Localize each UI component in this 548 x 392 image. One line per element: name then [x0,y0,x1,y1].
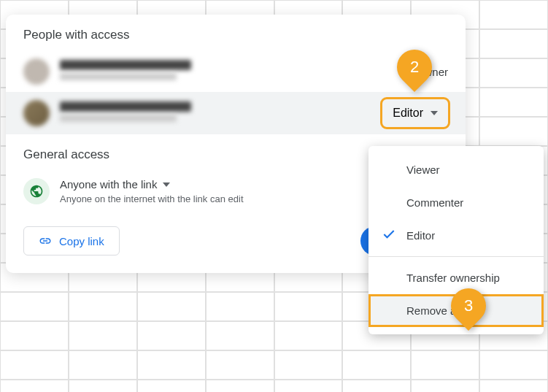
role-dropdown[interactable]: Editor [382,99,448,127]
globe-icon [23,178,50,204]
menu-separator [368,256,544,257]
check-icon [382,227,396,244]
menu-item-transfer-ownership[interactable]: Transfer ownership [368,261,544,294]
avatar [23,100,50,126]
people-access-heading: People with access [6,15,466,51]
copy-link-button[interactable]: Copy link [23,226,120,255]
person-info [60,101,382,125]
role-label-editor: Editor [393,107,423,120]
person-info [60,60,394,83]
menu-item-commenter[interactable]: Commenter [368,186,544,219]
general-access-selector[interactable]: Anyone with the link [60,178,244,191]
link-icon [39,234,52,247]
menu-item-editor[interactable]: Editor [368,219,544,252]
person-row-editor: Editor [6,92,466,134]
chevron-down-icon [163,182,170,187]
chevron-down-icon [431,111,438,115]
general-access-subtitle: Anyone on the internet with the link can… [60,193,244,204]
avatar [23,58,50,85]
menu-item-viewer[interactable]: Viewer [368,153,544,186]
